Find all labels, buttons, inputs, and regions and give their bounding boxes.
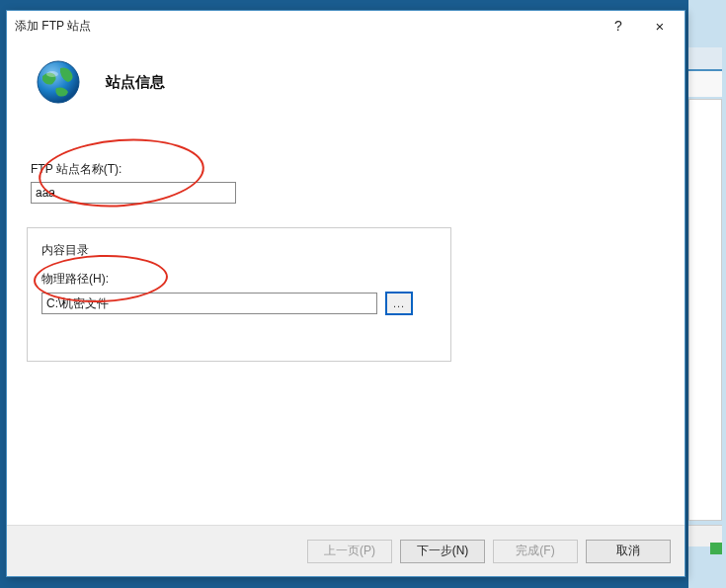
svg-point-0: [38, 61, 79, 103]
site-name-input[interactable]: [31, 182, 236, 204]
cancel-button[interactable]: 取消: [586, 540, 671, 563]
svg-point-1: [46, 71, 58, 77]
physical-path-label: 物理路径(H):: [41, 271, 437, 288]
taskbar-icon: [710, 543, 722, 554]
background-right-panel: ◂▪)): [688, 0, 726, 588]
help-button[interactable]: ?: [598, 12, 639, 40]
physical-path-input[interactable]: [41, 293, 377, 314]
form-area: FTP 站点名称(T): 内容目录 物理路径(H): ...: [7, 129, 685, 525]
page-heading: 站点信息: [106, 73, 165, 92]
close-button[interactable]: ×: [639, 12, 681, 40]
site-name-label: FTP 站点名称(T):: [31, 161, 665, 178]
add-ftp-site-dialog: 添加 FTP 站点 ? × 站点信息: [6, 10, 686, 577]
titlebar: 添加 FTP 站点 ? ×: [7, 11, 685, 41]
next-button[interactable]: 下一步(N): [400, 540, 485, 563]
globe-icon: [35, 58, 82, 106]
button-bar: 上一页(P) 下一步(N) 完成(F) 取消: [7, 525, 685, 576]
content-group-label: 内容目录: [41, 242, 437, 259]
content-directory-group: 内容目录 物理路径(H): ...: [27, 227, 451, 362]
dialog-title: 添加 FTP 站点: [15, 18, 598, 35]
prev-button: 上一页(P): [307, 540, 392, 563]
browse-button[interactable]: ...: [385, 292, 413, 315]
finish-button: 完成(F): [493, 540, 578, 563]
dialog-header: 站点信息: [7, 41, 685, 129]
